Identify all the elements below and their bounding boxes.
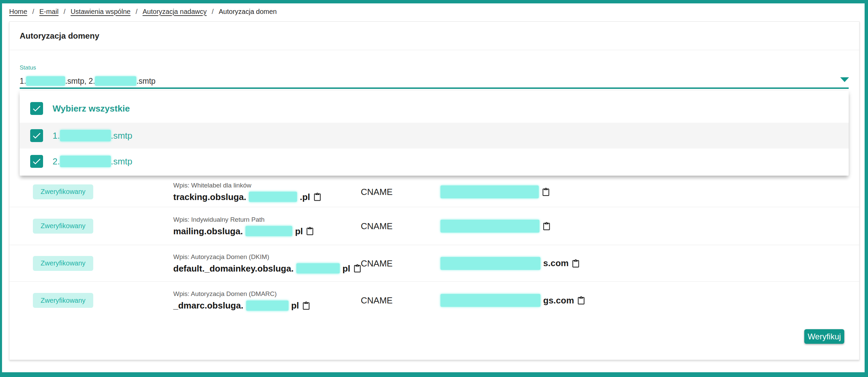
record-value: gs.com [440,294,586,307]
breadcrumb-separator: / [64,8,66,16]
copy-icon[interactable] [541,187,550,196]
redacted-text [26,76,65,86]
entry-label: Wpis: Whitelabel dla linków [173,181,322,189]
entry-domain: default._domainkey.obsluga.pl [173,263,362,274]
checkbox-checked[interactable] [30,155,43,168]
copy-icon[interactable] [571,259,580,268]
option-text: 1. [53,131,60,141]
record-type: CNAME [361,258,393,269]
entry-domain-text: default._domainkey.obsluga. [173,263,294,274]
table-row: ZweryfikowanyWpis: Indywidualny Return P… [9,207,859,245]
option-text: .smtp [111,156,133,167]
option-select-all[interactable]: Wybierz wszystkie [20,94,849,123]
entry-domain: tracking.obsluga..pl [173,192,322,202]
check-icon [32,103,42,114]
table-row: ZweryfikowanyWpis: Whitelabel dla linków… [9,177,859,207]
entry-domain: mailing.obsluga.pl [173,226,314,236]
frame-bottom-bar [0,372,868,377]
option-label: Wybierz wszystkie [53,103,130,114]
copy-icon[interactable] [577,296,586,305]
breadcrumb-separator: / [136,8,138,16]
redacted-text [95,76,136,86]
status-field-label: Status [20,64,156,71]
entry-label: Wpis: Autoryzacja Domen (DKIM) [173,253,362,260]
redacted-text [60,130,111,141]
check-icon [32,131,42,141]
check-icon [32,156,42,166]
checkbox-checked[interactable] [30,102,43,115]
dropdown-option-1[interactable]: 1..smtp [20,123,849,148]
copy-icon[interactable] [302,301,311,310]
redacted-text [440,185,539,198]
option-text: 2. [53,156,60,167]
option-label: 2..smtp [53,156,132,167]
record-value-text: s.com [543,258,569,269]
status-badge: Zweryfikowany [33,256,93,271]
record-entry: Wpis: Autoryzacja Domen (DMARC)_dmarc.ob… [173,290,311,311]
frame-top-bar [0,0,868,3]
entry-domain-text: _dmarc.obsluga. [173,300,243,311]
breadcrumb-link[interactable]: Ustawienia wspólne [71,8,131,16]
status-select-underline [20,87,849,89]
record-entry: Wpis: Autoryzacja Domen (DKIM)default._d… [173,253,362,274]
breadcrumb-separator: / [32,8,34,16]
table-row: ZweryfikowanyWpis: Autoryzacja Domen (DK… [9,245,859,282]
status-dropdown-panel: Wybierz wszystkie1..smtp2..smtp [20,91,849,176]
entry-label: Wpis: Autoryzacja Domen (DMARC) [173,290,311,298]
status-value-text: 1. [20,77,26,86]
status-badge: Zweryfikowany [33,184,93,199]
copy-icon[interactable] [542,222,551,231]
status-badge: Zweryfikowany [33,293,93,308]
entry-domain-text: tracking.obsluga. [173,192,246,202]
entry-label: Wpis: Indywidualny Return Path [173,216,314,223]
entry-domain-text: pl [342,263,350,274]
copy-icon[interactable] [313,193,322,201]
dropdown-arrow-icon[interactable] [840,77,849,82]
redacted-text [440,220,539,233]
dropdown-option-2[interactable]: 2..smtp [20,148,849,174]
status-select-field[interactable]: Status 1..smtp, 2..smtp [20,64,156,87]
redacted-text [60,156,111,167]
record-type: CNAME [361,186,393,197]
status-value-text: .smtp [136,77,155,86]
breadcrumb-link[interactable]: E-mail [39,8,59,16]
dns-records-table: ZweryfikowanyWpis: Whitelabel dla linków… [9,177,859,319]
frame-left-border [0,0,2,377]
breadcrumb-link[interactable]: Home [9,8,27,16]
option-text: .smtp [111,131,133,141]
record-entry: Wpis: Whitelabel dla linkówtracking.obsl… [173,181,322,202]
record-type: CNAME [361,221,393,231]
record-value [440,185,550,198]
redacted-text [296,263,340,274]
copy-icon[interactable] [305,227,314,236]
breadcrumb-link[interactable]: Autoryzacja nadawcy [142,8,206,16]
page-title: Autoryzacja domeny [20,31,99,41]
redacted-text [245,226,292,236]
status-select-value[interactable]: 1..smtp, 2..smtp [20,75,156,87]
breadcrumb-separator: / [212,8,214,16]
entry-domain-text: mailing.obsluga. [173,226,243,236]
option-text: Wybierz wszystkie [53,103,130,114]
status-value-text: .smtp, 2. [65,77,95,86]
record-value [440,220,551,233]
entry-domain-text: pl [295,226,303,236]
redacted-text [246,300,289,311]
redacted-text [440,257,540,270]
frame-right-border [865,0,868,377]
option-label: 1..smtp [53,130,132,141]
table-row: ZweryfikowanyWpis: Autoryzacja Domen (DM… [9,282,859,319]
redacted-text [440,294,540,307]
verify-button[interactable]: Weryfikuj [804,329,844,344]
record-type: CNAME [361,295,393,306]
redacted-text [249,192,297,202]
checkbox-checked[interactable] [30,129,43,142]
record-value-text: gs.com [543,295,574,306]
card-header: Autoryzacja domeny [9,22,859,50]
domain-authorization-card: Autoryzacja domeny Status 1..smtp, 2..sm… [9,21,860,360]
breadcrumb: Home/E-mail/Ustawienia wspólne/Autoryzac… [9,4,277,19]
record-entry: Wpis: Indywidualny Return Pathmailing.ob… [173,216,314,236]
breadcrumb-current: Autoryzacja domen [219,8,277,16]
entry-domain-text: pl [291,300,299,311]
entry-domain-text: .pl [300,192,310,202]
page: Home/E-mail/Ustawienia wspólne/Autoryzac… [0,0,868,377]
